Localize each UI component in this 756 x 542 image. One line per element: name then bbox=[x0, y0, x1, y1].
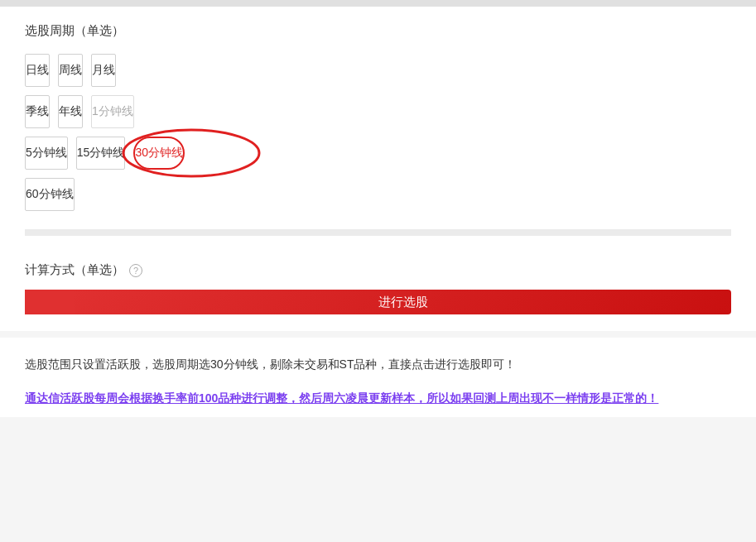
calc-section: 计算方式（单选） ? 进行选股 bbox=[25, 262, 731, 314]
run-button-stub bbox=[25, 290, 75, 314]
btn-min15[interactable]: 15分钟线 bbox=[76, 137, 126, 170]
top-divider bbox=[0, 0, 756, 7]
help-icon[interactable]: ? bbox=[129, 264, 142, 277]
calc-title: 计算方式（单选） ? bbox=[25, 262, 731, 278]
period-row-2: 季线 年线 1分钟线 bbox=[25, 95, 731, 128]
run-button-partial[interactable]: 进行选股 bbox=[75, 290, 731, 314]
btn-monthly[interactable]: 月线 bbox=[91, 54, 116, 87]
page-container: 选股周期（单选） 日线 周线 月线 季线 年线 1分钟线 5分钟线 15分钟线 … bbox=[0, 0, 756, 417]
period-row-4: 60分钟线 bbox=[25, 178, 731, 211]
btn-yearly[interactable]: 年线 bbox=[58, 95, 83, 128]
btn-min5[interactable]: 5分钟线 bbox=[25, 137, 68, 170]
btn-min60[interactable]: 60分钟线 bbox=[25, 178, 75, 211]
period-title: 选股周期（单选） bbox=[25, 23, 731, 39]
desc-text: 选股范围只设置活跃股，选股周期选30分钟线，剔除未交易和ST品种，直接点击进行选… bbox=[25, 354, 731, 375]
text-section: 选股范围只设置活跃股，选股周期选30分钟线，剔除未交易和ST品种，直接点击进行选… bbox=[0, 338, 756, 417]
btn-daily[interactable]: 日线 bbox=[25, 54, 50, 87]
btn-min30[interactable]: 30分钟线 bbox=[133, 137, 185, 170]
highlight-text: 通达信活跃股每周会根据换手率前100品种进行调整，然后周六凌晨更新样本，所以如果… bbox=[25, 388, 731, 409]
period-section: 选股周期（单选） 日线 周线 月线 季线 年线 1分钟线 5分钟线 15分钟线 … bbox=[0, 7, 756, 331]
period-row-3: 5分钟线 15分钟线 30分钟线 bbox=[25, 137, 731, 170]
btn-min1[interactable]: 1分钟线 bbox=[91, 95, 134, 128]
btn-quarterly[interactable]: 季线 bbox=[25, 95, 50, 128]
btn-weekly[interactable]: 周线 bbox=[58, 54, 83, 87]
period-row-1: 日线 周线 月线 bbox=[25, 54, 731, 87]
section-divider bbox=[25, 229, 731, 236]
